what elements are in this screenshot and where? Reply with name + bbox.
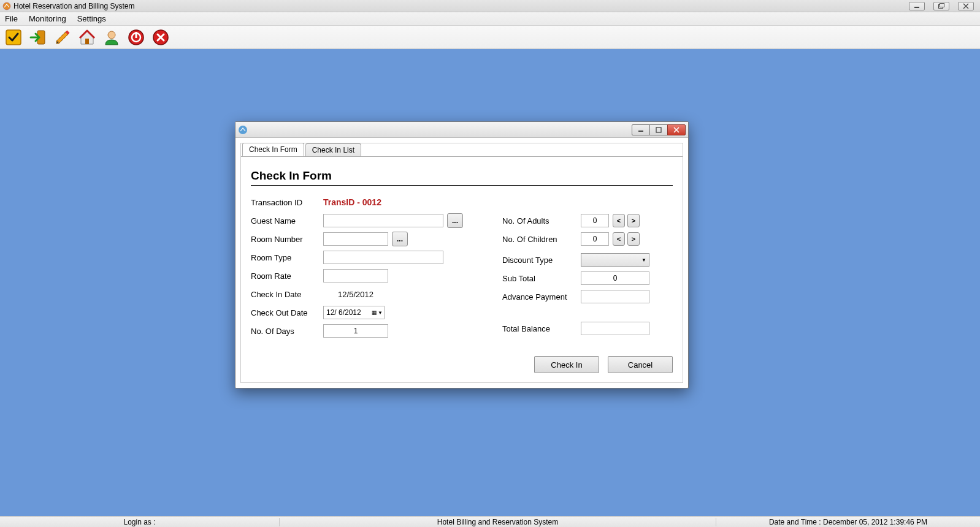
dialog-minimize-button[interactable]	[632, 124, 650, 135]
label-sub-total: Sub Total	[502, 274, 581, 283]
svg-rect-14	[656, 127, 661, 132]
menu-file[interactable]: File	[5, 14, 18, 23]
advance-payment-input[interactable]	[581, 290, 649, 303]
toolbar-checklist-icon[interactable]	[4, 28, 23, 47]
status-datetime: Date and Time : December 05, 2012 1:39:4…	[716, 518, 980, 526]
adults-decrement-button[interactable]: <	[613, 214, 625, 227]
form-heading: Check In Form	[251, 169, 673, 186]
toolbar-checkin-icon[interactable]	[28, 28, 48, 47]
room-browse-button[interactable]: ...	[392, 232, 408, 246]
chevron-down-icon: ▼	[378, 310, 383, 316]
app-icon	[2, 2, 11, 10]
label-room-number: Room Number	[251, 235, 323, 244]
value-checkin-date: 12/5/2012	[323, 290, 388, 299]
form-right-column: No. Of Adults < > No. Of Children <	[502, 193, 673, 373]
mdi-area: Check In Form Check In List Check In For…	[0, 49, 980, 516]
main-minimize-button[interactable]	[909, 2, 925, 10]
label-room-type: Room Type	[251, 253, 323, 262]
form-left-column: Transaction ID TransID - 0012 Guest Name…	[251, 193, 472, 373]
total-balance-input[interactable]	[581, 322, 649, 335]
svg-point-12	[239, 126, 247, 134]
toolbar-user-icon[interactable]	[102, 28, 121, 47]
status-title: Hotel Billing and Reservation System	[280, 518, 716, 526]
tabstrip: Check In Form Check In List	[241, 143, 683, 156]
statusbar: Login as : Hotel Billing and Reservation…	[0, 516, 980, 527]
room-type-input[interactable]	[323, 251, 443, 264]
discount-type-select[interactable]	[581, 253, 649, 267]
dialog-titlebar	[235, 122, 688, 138]
adults-increment-button[interactable]: >	[627, 214, 640, 227]
label-no-of-days: No. Of Days	[251, 327, 323, 336]
action-row: Check In Cancel	[502, 356, 673, 373]
app-title: Hotel Reservation and Billing System	[13, 2, 134, 10]
status-login: Login as :	[0, 518, 280, 526]
checkin-button[interactable]: Check In	[534, 356, 599, 373]
guest-name-input[interactable]	[323, 214, 443, 227]
tab-checkin-form[interactable]: Check In Form	[242, 143, 304, 156]
checkin-dialog: Check In Form Check In List Check In For…	[235, 121, 689, 389]
svg-rect-3	[940, 3, 944, 7]
label-discount-type: Discount Type	[502, 256, 581, 265]
checkout-date-value: 12/ 6/2012	[326, 308, 361, 317]
toolbar-power-icon[interactable]	[126, 28, 146, 47]
main-titlebar: Hotel Reservation and Billing System	[0, 0, 980, 12]
toolbar-close-icon[interactable]	[151, 28, 170, 47]
label-advance-payment: Advance Payment	[502, 292, 581, 301]
calendar-icon: ▦	[372, 309, 377, 316]
no-of-days-input[interactable]	[323, 324, 388, 338]
dialog-body: Check In Form Check In List Check In For…	[240, 143, 683, 383]
children-increment-button[interactable]: >	[627, 232, 640, 246]
svg-rect-1	[914, 7, 919, 8]
tab-page: Check In Form Transaction ID TransID - 0…	[241, 156, 683, 382]
dialog-maximize-button[interactable]	[649, 124, 668, 135]
guest-browse-button[interactable]: ...	[447, 213, 463, 228]
svg-rect-10	[136, 32, 137, 38]
toolbar	[0, 26, 980, 49]
checkout-date-picker[interactable]: 12/ 6/2012▦▼	[323, 306, 385, 319]
label-guest-name: Guest Name	[251, 216, 323, 226]
svg-point-7	[108, 31, 115, 39]
label-transaction-id: Transaction ID	[251, 198, 323, 207]
dialog-app-icon	[238, 125, 248, 135]
room-rate-input[interactable]	[323, 269, 388, 282]
svg-point-0	[3, 2, 10, 10]
no-of-adults-input[interactable]	[581, 214, 609, 227]
label-no-of-adults: No. Of Adults	[502, 216, 581, 226]
no-of-children-input[interactable]	[581, 232, 609, 246]
sub-total-input[interactable]	[581, 271, 649, 285]
label-no-of-children: No. Of Children	[502, 235, 581, 244]
children-decrement-button[interactable]: <	[613, 232, 625, 246]
toolbar-pencil-icon[interactable]	[53, 28, 72, 47]
menu-monitoring[interactable]: Monitoring	[29, 14, 66, 23]
value-transaction-id: TransID - 0012	[323, 197, 381, 207]
label-room-rate: Room Rate	[251, 271, 323, 281]
label-checkin-date: Check In Date	[251, 290, 323, 299]
cancel-button[interactable]: Cancel	[608, 356, 673, 373]
main-restore-button[interactable]	[933, 2, 949, 10]
menubar: File Monitoring Settings	[0, 12, 980, 26]
main-close-button[interactable]	[958, 2, 974, 10]
label-checkout-date: Check Out Date	[251, 308, 323, 317]
svg-rect-6	[85, 39, 89, 44]
room-number-input[interactable]	[323, 232, 388, 246]
tab-checkin-list[interactable]: Check In List	[305, 143, 361, 157]
menu-settings[interactable]: Settings	[77, 14, 106, 23]
dialog-close-button[interactable]	[667, 124, 686, 135]
toolbar-home-icon[interactable]	[77, 28, 97, 47]
label-total-balance: Total Balance	[502, 324, 581, 333]
svg-rect-13	[638, 131, 643, 132]
